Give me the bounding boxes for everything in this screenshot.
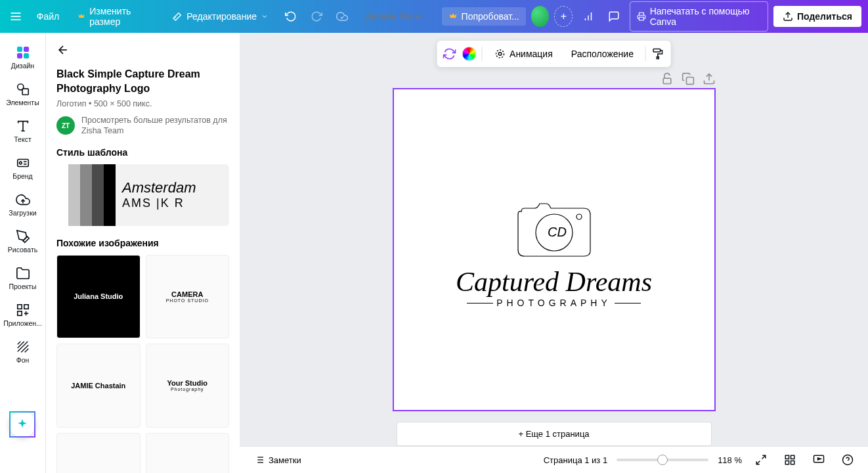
svg-text:CD: CD xyxy=(548,225,567,239)
edit-label: Редактирование xyxy=(186,11,257,22)
add-member-button[interactable]: + xyxy=(554,6,573,27)
grid-view-button[interactable] xyxy=(780,450,800,470)
brand-icon xyxy=(15,155,31,171)
crown-icon xyxy=(77,12,85,21)
template-thumb[interactable]: JAMIE Chastain xyxy=(56,344,141,428)
canvas-area: Анимация Расположение xyxy=(240,33,868,473)
template-thumb[interactable]: Your StudioPhotography xyxy=(146,344,230,428)
svg-rect-6 xyxy=(639,17,643,20)
crown-icon xyxy=(448,12,458,21)
analytics-button[interactable] xyxy=(578,5,598,28)
undo-icon xyxy=(285,11,297,22)
rail-text-button[interactable]: Текст xyxy=(2,113,44,148)
file-menu-button[interactable]: Файл xyxy=(30,7,66,26)
template-thumb[interactable] xyxy=(146,433,230,473)
lock-page-button[interactable] xyxy=(661,72,674,85)
svg-point-32 xyxy=(496,50,504,58)
design-name-input[interactable] xyxy=(358,11,437,22)
play-icon xyxy=(813,454,825,466)
logo-title-text: Captured Dreams xyxy=(456,266,652,298)
rail-draw-button[interactable]: Рисовать xyxy=(2,223,44,259)
duplicate-page-button[interactable] xyxy=(682,72,695,85)
add-page-button[interactable]: + Еще 1 страница xyxy=(397,422,712,446)
rail-apps-button[interactable]: Приложен... xyxy=(2,297,44,332)
rail-uploads-button[interactable]: Загрузки xyxy=(2,187,44,222)
try-pro-button[interactable]: Попробоват... xyxy=(442,7,526,26)
notes-button[interactable]: Заметки xyxy=(250,451,305,469)
page-options-button[interactable] xyxy=(703,72,716,85)
style-color-swatch xyxy=(80,164,92,226)
animation-button[interactable]: Анимация xyxy=(487,44,559,64)
comments-button[interactable] xyxy=(604,5,624,28)
similar-heading: Похожие изображения xyxy=(56,238,229,248)
left-rail: Дизайн Элементы Текст Бренд Загрузки Рис… xyxy=(0,33,46,473)
rail-draw-label: Рисовать xyxy=(8,246,37,254)
undo-button[interactable] xyxy=(280,5,301,28)
redo-button[interactable] xyxy=(306,5,326,28)
style-colors xyxy=(56,164,116,226)
rail-elements-button[interactable]: Элементы xyxy=(2,76,44,112)
fullscreen-button[interactable] xyxy=(751,450,771,470)
rail-brand-button[interactable]: Бренд xyxy=(2,150,44,185)
resize-button[interactable]: Изменить размер xyxy=(71,2,160,31)
fullscreen-icon xyxy=(755,454,767,466)
zoom-slider[interactable] xyxy=(617,459,708,461)
template-style-card[interactable]: Amsterdam AMS |K R xyxy=(56,164,229,226)
template-thumb[interactable]: CAMERAPHOTO STUDIO xyxy=(146,255,230,339)
text-icon xyxy=(15,118,31,134)
style-color-swatch xyxy=(68,164,80,226)
help-button[interactable] xyxy=(838,450,857,470)
style-heading: Стиль шаблона xyxy=(56,147,229,158)
style-color-swatch xyxy=(104,164,116,226)
notes-label: Заметки xyxy=(269,455,301,465)
author-avatar: ZT xyxy=(56,116,75,135)
svg-marker-54 xyxy=(818,458,821,460)
ai-assistant-fab[interactable] xyxy=(9,411,35,438)
divider xyxy=(481,47,482,61)
folder-icon xyxy=(15,265,31,281)
unlock-icon xyxy=(661,72,674,85)
print-button[interactable]: Напечатать с помощью Canva xyxy=(630,1,768,32)
chevron-down-icon xyxy=(261,12,269,20)
magic-switch-button[interactable] xyxy=(442,47,456,61)
svg-rect-22 xyxy=(17,311,21,315)
divider xyxy=(645,47,646,61)
position-button[interactable]: Расположение xyxy=(565,45,640,63)
upload-icon xyxy=(783,11,793,22)
pencil-icon xyxy=(15,229,31,244)
style-fonts: Amsterdam AMS |K R xyxy=(116,164,229,226)
top-toolbar: Файл Изменить размер Редактирование Попр… xyxy=(0,0,868,33)
help-icon xyxy=(842,454,854,466)
edit-menu-button[interactable]: Редактирование xyxy=(165,7,275,26)
rail-text-label: Текст xyxy=(14,135,31,143)
style-copy-button[interactable] xyxy=(651,47,666,61)
bg-color-button[interactable] xyxy=(462,47,476,61)
logo-graphic: CD xyxy=(508,192,600,261)
user-avatar[interactable] xyxy=(531,6,550,27)
comment-icon xyxy=(608,11,620,22)
share-button[interactable]: Поделиться xyxy=(773,6,861,27)
canvas-page[interactable]: CD Captured Dreams PHOTOGRAPHY xyxy=(393,88,716,411)
svg-rect-21 xyxy=(24,305,28,309)
shapes-icon xyxy=(15,81,31,97)
rail-projects-button[interactable]: Проекты xyxy=(2,260,44,296)
page-tools xyxy=(661,72,716,85)
hamburger-menu-button[interactable] xyxy=(7,6,25,27)
svg-rect-49 xyxy=(785,455,789,459)
export-icon xyxy=(703,72,716,85)
svg-rect-36 xyxy=(686,78,693,85)
back-button[interactable] xyxy=(56,41,229,67)
template-thumb[interactable] xyxy=(56,433,141,473)
present-button[interactable] xyxy=(809,450,829,470)
rail-bg-button[interactable]: Фон xyxy=(2,334,44,369)
hamburger-icon xyxy=(9,10,22,23)
copy-icon xyxy=(682,72,695,85)
rail-apps-label: Приложен... xyxy=(3,319,42,327)
cloud-sync-button[interactable] xyxy=(332,5,352,28)
template-thumb[interactable]: Juliana Studio xyxy=(56,255,141,339)
style-font-line-1: Amsterdam xyxy=(122,179,229,196)
author-link[interactable]: ZT Просмотреть больше результатов для Zi… xyxy=(56,115,229,137)
svg-rect-9 xyxy=(24,47,29,52)
rail-design-button[interactable]: Дизайн xyxy=(2,39,44,75)
bottom-bar: Заметки Страница 1 из 1 118 % xyxy=(240,446,868,473)
